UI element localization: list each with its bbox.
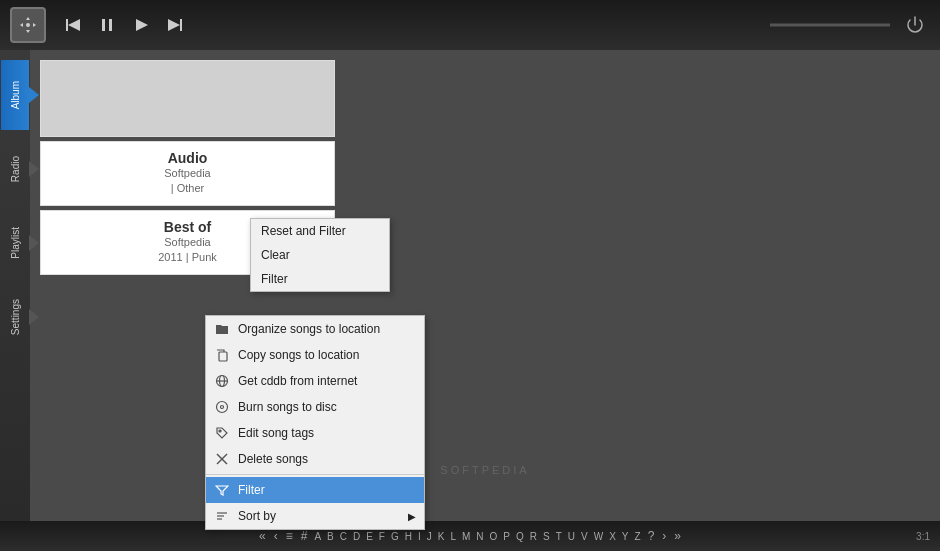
album-title-audio: Audio [49,150,326,166]
menu-item-filter[interactable]: Filter [206,477,424,503]
prev-button[interactable] [58,10,88,40]
alpha-char-V[interactable]: V [578,531,591,542]
alpha-char-≡[interactable]: ≡ [282,529,297,543]
alpha-char-J[interactable]: J [424,531,435,542]
alpha-char-?[interactable]: ? [644,529,659,543]
alpha-char-S[interactable]: S [540,531,553,542]
svg-point-8 [219,430,221,432]
alpha-char-L[interactable]: L [447,531,459,542]
menu-item-delete[interactable]: Delete songs [206,446,424,472]
alpha-char-G[interactable]: G [388,531,402,542]
alpha-char-R[interactable]: R [527,531,540,542]
menu-item-organize[interactable]: Organize songs to location [206,316,424,342]
menu-label-sortby: Sort by [238,509,276,523]
svg-point-7 [221,406,224,409]
alphabet-bar: «‹≡#ABCDEFGHIJKLMNOPQRSTUVWXYZ?›»3:1 [0,521,940,551]
menu-item-sortby[interactable]: Sort by ▶ [206,503,424,529]
alpha-char-X[interactable]: X [606,531,619,542]
sidebar-item-playlist[interactable]: Playlist [1,208,29,278]
menu-label-delete: Delete songs [238,452,308,466]
menu-label-tags: Edit song tags [238,426,314,440]
alpha-char-K[interactable]: K [435,531,448,542]
sidebar-tabs: Album Radio Playlist Settings [0,50,30,521]
submenu-item-clear[interactable]: Clear [251,243,389,267]
svg-rect-1 [109,19,112,31]
progress-bar[interactable] [770,24,890,27]
move-icon [18,15,38,35]
alpha-char-›[interactable]: › [658,529,670,543]
menu-item-cddb[interactable]: Get cddb from internet [206,368,424,394]
alpha-char-M[interactable]: M [459,531,473,542]
sidebar-item-album[interactable]: Album [1,60,29,130]
folder-icon [214,321,230,337]
copy-icon [214,347,230,363]
menu-label-copy: Copy songs to location [238,348,359,362]
svg-rect-2 [219,352,227,361]
logo-button[interactable] [10,7,46,43]
alpha-char-U[interactable]: U [565,531,578,542]
disc-icon [214,399,230,415]
tag-icon [214,425,230,441]
submenu-label-clear: Clear [261,248,290,262]
alpha-char-#[interactable]: # [297,529,312,543]
alpha-char-E[interactable]: E [363,531,376,542]
sidebar-item-settings[interactable]: Settings [1,282,29,352]
submenu-item-filter[interactable]: Filter [251,267,389,291]
menu-label-burn: Burn songs to disc [238,400,337,414]
alpha-char-A[interactable]: A [311,531,324,542]
radio-tab-label: Radio [10,156,21,182]
alpha-char-F[interactable]: F [376,531,388,542]
play-button[interactable] [126,10,156,40]
menu-item-copy[interactable]: Copy songs to location [206,342,424,368]
sort-icon [214,508,230,524]
alpha-char-O[interactable]: O [487,531,501,542]
alpha-char-Z[interactable]: Z [632,531,644,542]
album-card-artwork[interactable] [40,60,335,137]
menu-label-organize: Organize songs to location [238,322,380,336]
alpha-char-C[interactable]: C [337,531,350,542]
watermark: SOFTPEDIA [440,464,529,476]
alpha-char-Y[interactable]: Y [619,531,632,542]
x-icon [214,451,230,467]
alpha-char-D[interactable]: D [350,531,363,542]
album-info-audio: Audio Softpedia | Other [41,142,334,205]
next-button[interactable] [160,10,190,40]
alpha-char-‹[interactable]: ‹ [270,529,282,543]
submenu-label-reset-filter: Reset and Filter [261,224,346,238]
menu-label-cddb: Get cddb from internet [238,374,357,388]
pause-button[interactable] [92,10,122,40]
alpha-char-B[interactable]: B [324,531,337,542]
menu-item-burn[interactable]: Burn songs to disc [206,394,424,420]
alpha-char-I[interactable]: I [415,531,424,542]
submenu-item-reset-filter[interactable]: Reset and Filter [251,219,389,243]
settings-tab-label: Settings [10,299,21,335]
album-artwork-placeholder [41,61,334,136]
album-card-audio[interactable]: Audio Softpedia | Other [40,141,335,206]
toolbar [0,0,940,50]
album-meta-audio-2: | Other [49,181,326,196]
menu-separator-1 [206,474,424,475]
alpha-char-T[interactable]: T [553,531,565,542]
alpha-char-«[interactable]: « [255,529,270,543]
alpha-char-Q[interactable]: Q [513,531,527,542]
power-button[interactable] [900,10,930,40]
playlist-tab-label: Playlist [10,227,21,259]
alpha-char-H[interactable]: H [402,531,415,542]
svg-rect-0 [102,19,105,31]
filter-icon [214,482,230,498]
context-menu: Organize songs to location Copy songs to… [205,315,425,530]
alpha-char-W[interactable]: W [591,531,606,542]
alpha-char-P[interactable]: P [500,531,513,542]
menu-label-filter: Filter [238,483,265,497]
svg-point-6 [217,402,228,413]
album-meta-audio-1: Softpedia [49,166,326,181]
alpha-char-N[interactable]: N [473,531,486,542]
menu-item-tags[interactable]: Edit song tags [206,420,424,446]
album-tab-label: Album [10,81,21,109]
sidebar-item-radio[interactable]: Radio [1,134,29,204]
main-area: Album Radio Playlist Settings Audi [0,50,940,521]
submenu-label-filter: Filter [261,272,288,286]
content-area: Audio Softpedia | Other Best of Softpedi… [30,50,940,521]
submenu: Reset and Filter Clear Filter [250,218,390,292]
alpha-char-»[interactable]: » [670,529,685,543]
